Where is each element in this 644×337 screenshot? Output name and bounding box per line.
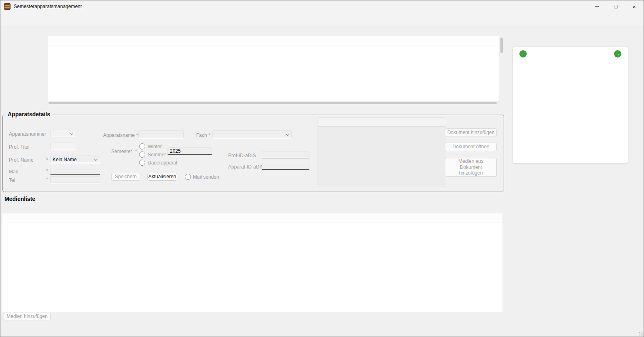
tel-field[interactable] — [50, 176, 100, 183]
mail-label: Mail — [9, 169, 18, 175]
tel-label: Tel — [9, 177, 15, 183]
apparatsnummer-dropdown — [50, 130, 76, 137]
menu-bar — [0, 13, 644, 26]
tel-required-marker: * — [46, 177, 48, 182]
winter-radio-label: Winter — [148, 144, 162, 149]
jahr-field[interactable]: 2025 — [167, 147, 212, 155]
winter-radio[interactable] — [139, 143, 145, 149]
app-icon — [4, 3, 11, 10]
semester-label: Semester — [111, 149, 132, 154]
medien-aus-dokument-button: Medien aus Dokument hinzufügen — [445, 158, 497, 177]
mail-senden-label: Mail senden — [193, 174, 219, 180]
apparat-id-adis-field[interactable] — [262, 163, 309, 170]
medienliste-body — [2, 222, 502, 312]
apps-table-header — [48, 36, 499, 45]
calendar-day-grid — [515, 74, 626, 162]
chevron-down-icon — [70, 131, 73, 134]
calendar-month-year[interactable]: Januar 2025 — [553, 51, 589, 57]
chevron-down-icon — [572, 54, 575, 56]
dokument-hinzufuegen-button: Dokument hinzufügen — [445, 128, 497, 137]
app-window: Semesterapparatsmanagement × Apparatsdet… — [0, 0, 644, 337]
medienliste-title: Medienliste — [4, 196, 35, 202]
apps-table-vertical-scrollbar[interactable] — [500, 37, 504, 100]
medienliste-header — [2, 213, 502, 222]
mail-senden-checkbox[interactable] — [185, 174, 191, 180]
mail-field[interactable] — [50, 168, 100, 175]
apparatsdetails-title: Apparatsdetails — [6, 111, 52, 117]
mail-required-marker: * — [46, 168, 48, 174]
dokument-oeffnen-button: Dokument öffnen — [445, 143, 497, 151]
prof-id-adis-field[interactable] — [262, 151, 309, 158]
maximize-button[interactable] — [606, 0, 625, 13]
calendar-prev-button[interactable]: ← — [519, 50, 527, 58]
document-list-header — [318, 118, 446, 127]
minimize-icon — [595, 6, 599, 7]
maximize-icon — [614, 5, 618, 9]
calendar-year-label: 2025 — [577, 51, 589, 57]
dauerapparat-radio-label: Dauerapparat — [148, 160, 177, 166]
scrollbar-thumb[interactable] — [500, 38, 503, 53]
window-title: Semesterapparatsmanagement — [14, 4, 82, 9]
prof-name-label: Prof. Name — [9, 157, 34, 163]
arrow-right-icon: → — [615, 51, 620, 56]
aktualisieren-button[interactable]: Aktualisieren — [147, 173, 177, 181]
fach-dropdown[interactable] — [212, 130, 292, 138]
chevron-down-icon — [286, 132, 289, 135]
medien-hinzufuegen-button: Medien hinzufügen — [4, 313, 51, 320]
apparatsdetails-group: Apparatsdetails Apparatsnummer Prof. Tit… — [2, 115, 504, 192]
chevron-down-icon — [94, 157, 97, 160]
sommer-radio[interactable] — [139, 151, 145, 158]
document-list — [318, 117, 446, 187]
calendar-month-label: Januar — [553, 51, 569, 57]
calendar-weekday-row — [515, 61, 626, 73]
sommer-radio-label: Sommer — [148, 152, 166, 158]
semester-required-marker: * — [135, 149, 137, 154]
title-bar: Semesterapparatsmanagement × — [0, 0, 644, 13]
window-controls: × — [588, 0, 644, 13]
fach-label: Fach * — [196, 132, 210, 138]
close-button[interactable]: × — [625, 0, 644, 13]
apparat-id-adis-label: Apparat-ID-aDIS — [228, 164, 264, 170]
prof-titel-field — [50, 143, 76, 150]
speichern-button: Speichern — [111, 173, 140, 181]
apparatsname-field[interactable] — [138, 130, 184, 138]
apparatsname-label: Apparatsname * — [103, 132, 138, 138]
prof-name-value: Kein Name — [53, 157, 76, 162]
scrollbar-thumb[interactable] — [49, 102, 497, 104]
calendar-next-button[interactable]: → — [614, 50, 621, 58]
dauerapparat-radio[interactable] — [139, 160, 145, 166]
apparatsnummer-label: Apparatsnummer — [9, 131, 46, 137]
prof-id-adis-label: Prof-ID-aDIS — [228, 153, 256, 158]
prof-titel-label: Prof. Titel — [9, 144, 30, 150]
arrow-left-icon: ← — [521, 51, 525, 56]
calendar-panel: ← Januar 2025 → — [513, 46, 628, 164]
apps-table — [48, 36, 499, 101]
prof-name-dropdown[interactable]: Kein Name — [50, 156, 100, 163]
close-icon: × — [633, 4, 636, 10]
resize-grip[interactable] — [639, 332, 643, 336]
calendar-header: ← Januar 2025 → — [515, 49, 625, 59]
prof-name-required-marker: * — [46, 157, 48, 163]
minimize-button[interactable] — [588, 0, 606, 13]
apps-table-horizontal-scrollbar[interactable] — [48, 102, 504, 105]
